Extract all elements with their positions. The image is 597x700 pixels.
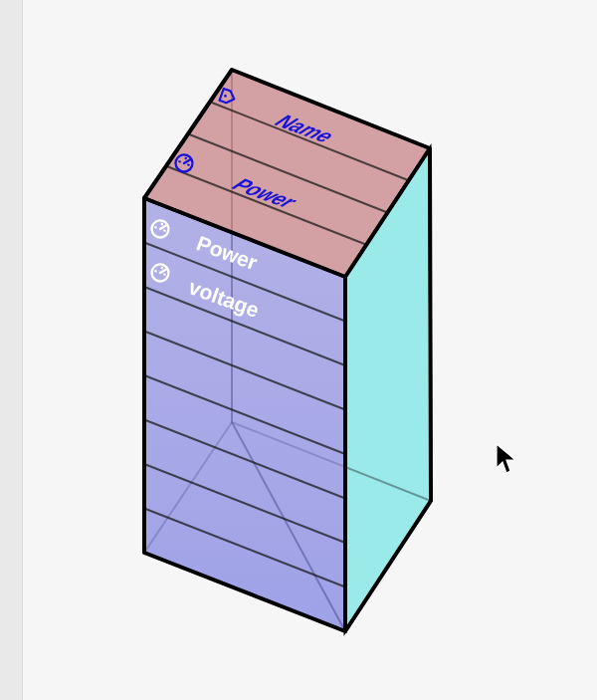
svg-line-24 <box>163 274 165 275</box>
svg-line-13 <box>178 161 180 162</box>
svg-line-25 <box>161 267 162 269</box>
svg-line-14 <box>187 164 189 165</box>
svg-line-19 <box>163 230 165 231</box>
svg-line-23 <box>154 271 156 272</box>
svg-line-18 <box>154 227 156 228</box>
3d-viewport[interactable]: Name Power Power voltage <box>22 0 597 700</box>
svg-line-20 <box>161 223 162 225</box>
svg-line-15 <box>185 157 186 159</box>
left-gutter <box>0 0 23 700</box>
